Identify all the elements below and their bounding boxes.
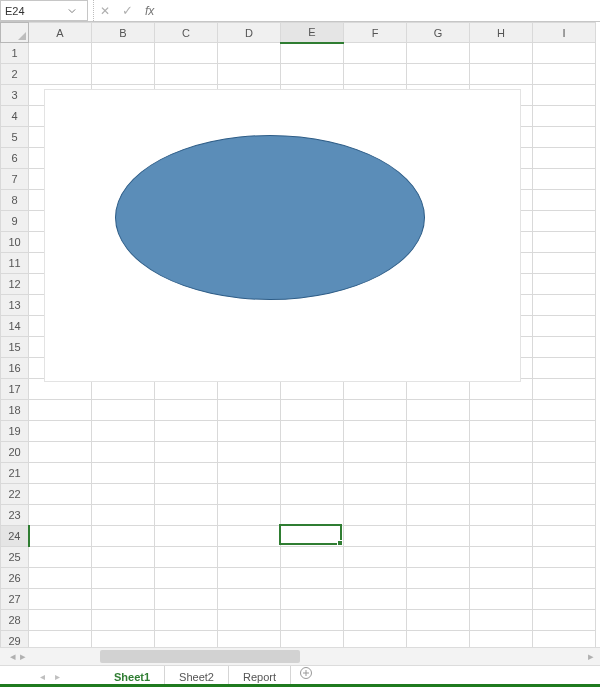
cell-F28[interactable] bbox=[344, 610, 407, 631]
cell-I26[interactable] bbox=[533, 568, 596, 589]
cell-G21[interactable] bbox=[407, 463, 470, 484]
cell-B20[interactable] bbox=[92, 442, 155, 463]
cell-D28[interactable] bbox=[218, 610, 281, 631]
cell-H2[interactable] bbox=[470, 64, 533, 85]
cell-I7[interactable] bbox=[533, 169, 596, 190]
cell-I17[interactable] bbox=[533, 379, 596, 400]
cell-C20[interactable] bbox=[155, 442, 218, 463]
cell-F21[interactable] bbox=[344, 463, 407, 484]
row-header-5[interactable]: 5 bbox=[1, 127, 29, 148]
cell-E20[interactable] bbox=[281, 442, 344, 463]
cell-I15[interactable] bbox=[533, 337, 596, 358]
column-header-A[interactable]: A bbox=[29, 23, 92, 43]
cell-F23[interactable] bbox=[344, 505, 407, 526]
cell-E2[interactable] bbox=[281, 64, 344, 85]
cell-I9[interactable] bbox=[533, 211, 596, 232]
row-header-28[interactable]: 28 bbox=[1, 610, 29, 631]
cell-B22[interactable] bbox=[92, 484, 155, 505]
cell-G1[interactable] bbox=[407, 43, 470, 64]
row-header-23[interactable]: 23 bbox=[1, 505, 29, 526]
select-all-corner[interactable] bbox=[1, 23, 29, 43]
cell-E28[interactable] bbox=[281, 610, 344, 631]
cancel-icon[interactable]: ✕ bbox=[100, 5, 110, 17]
cell-I14[interactable] bbox=[533, 316, 596, 337]
cell-E25[interactable] bbox=[281, 547, 344, 568]
cell-A19[interactable] bbox=[29, 421, 92, 442]
cell-I1[interactable] bbox=[533, 43, 596, 64]
row-header-19[interactable]: 19 bbox=[1, 421, 29, 442]
cell-C23[interactable] bbox=[155, 505, 218, 526]
cell-D19[interactable] bbox=[218, 421, 281, 442]
cell-D22[interactable] bbox=[218, 484, 281, 505]
tab-nav-prev-icon[interactable]: ◂ bbox=[40, 671, 45, 682]
cell-E21[interactable] bbox=[281, 463, 344, 484]
scroll-right-icon[interactable]: ▸ bbox=[582, 648, 600, 665]
cell-B2[interactable] bbox=[92, 64, 155, 85]
row-header-6[interactable]: 6 bbox=[1, 148, 29, 169]
cell-H1[interactable] bbox=[470, 43, 533, 64]
horizontal-scrollbar[interactable]: ◂ ▸ ▸ bbox=[0, 647, 600, 665]
cell-C22[interactable] bbox=[155, 484, 218, 505]
cell-F25[interactable] bbox=[344, 547, 407, 568]
column-header-F[interactable]: F bbox=[344, 23, 407, 43]
cell-A27[interactable] bbox=[29, 589, 92, 610]
cell-H26[interactable] bbox=[470, 568, 533, 589]
row-header-11[interactable]: 11 bbox=[1, 253, 29, 274]
column-header-D[interactable]: D bbox=[218, 23, 281, 43]
cell-I20[interactable] bbox=[533, 442, 596, 463]
cell-E1[interactable] bbox=[281, 43, 344, 64]
column-header-I[interactable]: I bbox=[533, 23, 596, 43]
row-header-15[interactable]: 15 bbox=[1, 337, 29, 358]
cell-C18[interactable] bbox=[155, 400, 218, 421]
column-header-B[interactable]: B bbox=[92, 23, 155, 43]
cell-C2[interactable] bbox=[155, 64, 218, 85]
new-sheet-button[interactable] bbox=[291, 666, 321, 680]
cell-G28[interactable] bbox=[407, 610, 470, 631]
cell-F2[interactable] bbox=[344, 64, 407, 85]
cell-H23[interactable] bbox=[470, 505, 533, 526]
column-header-E[interactable]: E bbox=[281, 23, 344, 43]
cell-I13[interactable] bbox=[533, 295, 596, 316]
cell-A25[interactable] bbox=[29, 547, 92, 568]
row-header-25[interactable]: 25 bbox=[1, 547, 29, 568]
cell-H24[interactable] bbox=[470, 526, 533, 547]
cell-D21[interactable] bbox=[218, 463, 281, 484]
row-header-16[interactable]: 16 bbox=[1, 358, 29, 379]
cell-F19[interactable] bbox=[344, 421, 407, 442]
row-header-26[interactable]: 26 bbox=[1, 568, 29, 589]
cell-B25[interactable] bbox=[92, 547, 155, 568]
row-header-7[interactable]: 7 bbox=[1, 169, 29, 190]
tab-nav-next-icon[interactable]: ▸ bbox=[55, 671, 60, 682]
row-header-12[interactable]: 12 bbox=[1, 274, 29, 295]
row-header-17[interactable]: 17 bbox=[1, 379, 29, 400]
cell-A26[interactable] bbox=[29, 568, 92, 589]
cell-F1[interactable] bbox=[344, 43, 407, 64]
cell-A18[interactable] bbox=[29, 400, 92, 421]
cell-D23[interactable] bbox=[218, 505, 281, 526]
confirm-icon[interactable]: ✓ bbox=[122, 4, 133, 17]
nav-prev-icon[interactable]: ◂ bbox=[10, 650, 16, 663]
sheet-nav-icons[interactable]: ◂ ▸ bbox=[0, 648, 100, 665]
cell-D27[interactable] bbox=[218, 589, 281, 610]
cell-G23[interactable] bbox=[407, 505, 470, 526]
row-header-18[interactable]: 18 bbox=[1, 400, 29, 421]
cell-D2[interactable] bbox=[218, 64, 281, 85]
cell-G22[interactable] bbox=[407, 484, 470, 505]
cell-A2[interactable] bbox=[29, 64, 92, 85]
row-header-14[interactable]: 14 bbox=[1, 316, 29, 337]
cell-E23[interactable] bbox=[281, 505, 344, 526]
row-header-8[interactable]: 8 bbox=[1, 190, 29, 211]
row-header-13[interactable]: 13 bbox=[1, 295, 29, 316]
cell-H18[interactable] bbox=[470, 400, 533, 421]
row-header-1[interactable]: 1 bbox=[1, 43, 29, 64]
cell-I24[interactable] bbox=[533, 526, 596, 547]
cell-I6[interactable] bbox=[533, 148, 596, 169]
row-header-3[interactable]: 3 bbox=[1, 85, 29, 106]
cell-B26[interactable] bbox=[92, 568, 155, 589]
cell-D25[interactable] bbox=[218, 547, 281, 568]
cell-I22[interactable] bbox=[533, 484, 596, 505]
name-box[interactable] bbox=[0, 0, 88, 21]
cell-I21[interactable] bbox=[533, 463, 596, 484]
row-header-24[interactable]: 24 bbox=[1, 526, 29, 547]
row-header-10[interactable]: 10 bbox=[1, 232, 29, 253]
